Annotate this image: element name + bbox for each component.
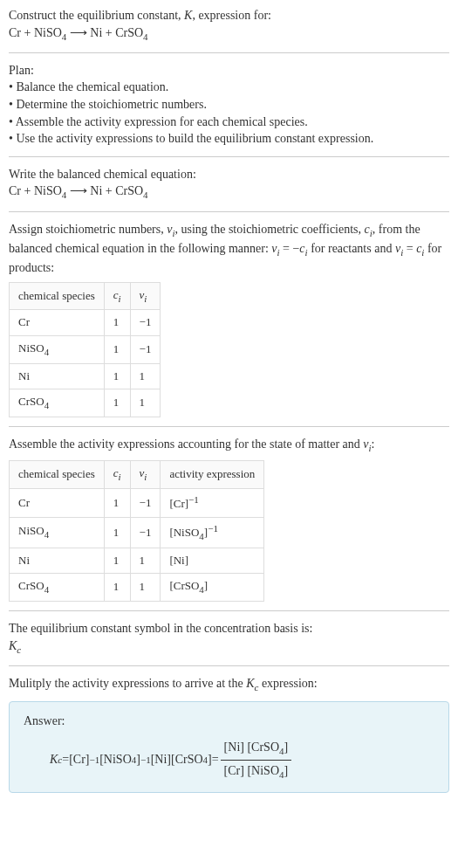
cell-species: NiSO4 xyxy=(10,335,105,363)
t: CrSO xyxy=(18,395,44,408)
cell-nu: −1 xyxy=(130,489,161,518)
cell-c: 1 xyxy=(104,517,130,548)
t: [Ni] xyxy=(151,751,171,768)
t: for reactants and xyxy=(308,242,395,255)
answer-box: Answer: Kc = [Cr]−1 [NiSO4]−1 [Ni] [CrSO… xyxy=(9,701,449,793)
eq-rhs: Ni + CrSO xyxy=(90,184,143,197)
table-row: CrSO4 1 1 xyxy=(10,389,161,417)
cell-species: Cr xyxy=(10,489,105,518)
divider xyxy=(9,211,449,212)
s: 4 xyxy=(44,399,50,410)
answer-formula: Kc = [Cr]−1 [NiSO4]−1 [Ni] [CrSO4] = [Ni… xyxy=(50,739,434,782)
table-header-row: chemical species ci νi activity expressi… xyxy=(10,461,264,489)
symbol-title: The equilibrium constant symbol in the c… xyxy=(9,620,449,637)
balanced-equation: Cr + NiSO4 ⟶ Ni + CrSO4 xyxy=(9,183,449,202)
t: : xyxy=(372,437,375,451)
multiply-title: Mulitply the activity expressions to arr… xyxy=(9,675,449,694)
s: −1 xyxy=(188,494,199,505)
t: [NiSO xyxy=(169,526,199,539)
cell-activity: [Cr]−1 xyxy=(161,489,264,518)
cell-activity: [CrSO4] xyxy=(161,574,264,602)
cell-nu: −1 xyxy=(130,310,161,335)
t: Assign stoichiometric numbers, xyxy=(9,223,167,236)
c: c xyxy=(17,644,21,654)
eq: = xyxy=(62,751,69,768)
arrow-icon: ⟶ xyxy=(66,26,90,39)
numerator: [Ni] [CrSO4] xyxy=(221,739,292,761)
cell-c: 1 xyxy=(104,489,130,518)
cell-nu: 1 xyxy=(130,363,161,389)
cell-activity: [Ni] xyxy=(161,548,264,573)
activity-section: Assemble the activity expressions accoun… xyxy=(9,436,449,602)
eq: = xyxy=(212,751,219,768)
col-nu: νi xyxy=(130,461,161,489)
divider xyxy=(9,156,449,157)
stoich-section: Assign stoichiometric numbers, νi, using… xyxy=(9,221,449,417)
cell-nu: 1 xyxy=(130,389,161,417)
table-header-row: chemical species ci νi xyxy=(10,282,161,310)
symbol-value: Kc xyxy=(9,637,449,657)
eq-lhs: Cr + NiSO xyxy=(9,26,62,39)
s: −1 xyxy=(89,754,99,767)
t: [Cr] xyxy=(169,497,188,510)
plan-item: • Use the activity expressions to build … xyxy=(9,130,449,148)
cell-nu: −1 xyxy=(130,517,161,548)
K: K xyxy=(9,639,17,652)
cell-c: 1 xyxy=(104,335,130,363)
eq-rhs: Ni + CrSO xyxy=(90,26,143,39)
cell-species: Cr xyxy=(10,310,105,335)
table-row: Cr 1 −1 [Cr]−1 xyxy=(10,489,264,518)
intro-K: K xyxy=(184,9,192,22)
table-row: NiSO4 1 −1 xyxy=(10,335,161,363)
symbol-section: The equilibrium constant symbol in the c… xyxy=(9,620,449,657)
t: CrSO xyxy=(18,579,44,592)
activity-title: Assemble the activity expressions accoun… xyxy=(9,436,449,455)
K: K xyxy=(50,751,58,768)
table-row: Ni 1 1 [Ni] xyxy=(10,548,264,573)
t: [CrSO xyxy=(169,579,199,592)
intro-equation: Cr + NiSO4 ⟶ Ni + CrSO4 xyxy=(9,24,449,44)
t: Mulitply the activity expressions to arr… xyxy=(9,677,246,690)
t: [NiSO xyxy=(99,751,132,768)
col-c: ci xyxy=(104,461,130,489)
t: expression: xyxy=(258,677,317,690)
table-row: CrSO4 1 1 [CrSO4] xyxy=(10,574,264,602)
plan-item: • Assemble the activity expression for e… xyxy=(9,114,449,131)
t: [Cr] [NiSO xyxy=(224,764,279,777)
t: NiSO xyxy=(18,341,44,355)
cell-species: CrSO4 xyxy=(10,574,105,602)
table-row: Ni 1 1 xyxy=(10,363,161,389)
intro-suffix: , expression for: xyxy=(192,9,271,22)
plan-item: • Determine the stoichiometric numbers. xyxy=(9,96,449,114)
intro-line1: Construct the equilibrium constant, K, e… xyxy=(9,7,449,24)
t: [Cr] xyxy=(69,751,89,768)
cell-species: Ni xyxy=(10,363,105,389)
K: K xyxy=(246,677,254,690)
eq-sub: 4 xyxy=(143,189,148,200)
multiply-section: Mulitply the activity expressions to arr… xyxy=(9,675,449,793)
answer-label: Answer: xyxy=(24,713,434,730)
col-species: chemical species xyxy=(10,461,105,489)
activity-table: chemical species ci νi activity expressi… xyxy=(9,460,264,602)
cell-species: Ni xyxy=(10,548,105,573)
i: i xyxy=(119,293,121,303)
t: , using the stoichiometric coefficients, xyxy=(174,223,364,236)
t: NiSO xyxy=(18,524,44,537)
t: [Ni] [CrSO xyxy=(224,741,279,754)
cell-nu: −1 xyxy=(130,335,161,363)
col-nu: νi xyxy=(130,282,161,310)
eq-sub: 4 xyxy=(143,31,148,41)
cell-activity: [NiSO4]−1 xyxy=(161,517,264,548)
t: = − xyxy=(280,242,300,255)
s: 4 xyxy=(44,346,50,356)
table-row: NiSO4 1 −1 [NiSO4]−1 xyxy=(10,517,264,548)
stoich-table: chemical species ci νi Cr 1 −1 NiSO4 1 −… xyxy=(9,282,161,417)
cell-c: 1 xyxy=(104,310,130,335)
plan-title: Plan: xyxy=(9,62,449,79)
t: ] xyxy=(284,741,289,754)
col-species: chemical species xyxy=(10,282,105,310)
s: −1 xyxy=(208,523,218,534)
intro-section: Construct the equilibrium constant, K, e… xyxy=(9,7,449,44)
balanced-section: Write the balanced chemical equation: Cr… xyxy=(9,166,449,203)
s: 4 xyxy=(44,529,50,540)
